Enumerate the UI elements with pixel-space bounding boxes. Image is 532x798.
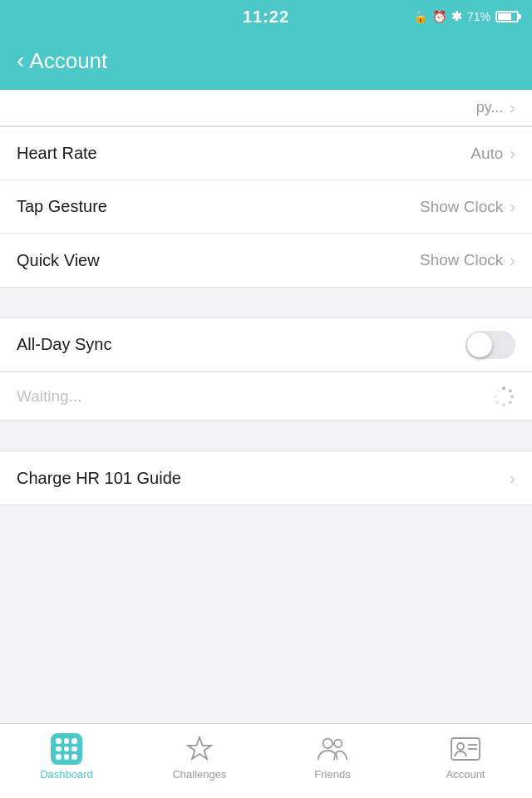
section-gap-1 bbox=[0, 288, 532, 318]
sync-section: All-Day Sync Waiting... bbox=[0, 318, 532, 421]
battery-percent: 71% bbox=[467, 10, 490, 23]
tab-dashboard[interactable]: Dashboard bbox=[17, 733, 116, 781]
toggle-knob bbox=[467, 332, 492, 357]
friends-tab-label: Friends bbox=[314, 768, 350, 781]
quick-view-chevron-icon: › bbox=[510, 251, 515, 270]
back-button[interactable]: ‹ Account bbox=[17, 48, 107, 74]
tab-account[interactable]: Account bbox=[416, 733, 515, 781]
svg-point-2 bbox=[510, 394, 514, 397]
tab-friends[interactable]: Friends bbox=[283, 733, 382, 781]
svg-point-9 bbox=[323, 739, 332, 748]
tap-gesture-right: Show Clock › bbox=[420, 197, 515, 216]
heart-rate-value: Auto bbox=[470, 145, 503, 163]
section-gap-2 bbox=[0, 421, 532, 451]
svg-marker-8 bbox=[188, 737, 211, 759]
svg-point-5 bbox=[495, 400, 499, 403]
heart-rate-chevron-icon: › bbox=[510, 144, 515, 163]
all-day-sync-label: All-Day Sync bbox=[17, 335, 111, 354]
dashboard-grid-icon bbox=[51, 733, 82, 765]
bluetooth-icon: ✱ bbox=[451, 9, 462, 24]
status-icons: 🔒 ⏰ ✱ 71% bbox=[413, 9, 519, 24]
quick-view-value: Show Clock bbox=[420, 251, 503, 269]
back-chevron-icon: ‹ bbox=[17, 49, 24, 72]
partial-value: py... bbox=[476, 99, 504, 116]
heart-rate-item[interactable]: Heart Rate Auto › bbox=[0, 127, 532, 180]
header: ‹ Account bbox=[0, 33, 532, 90]
tab-challenges[interactable]: Challenges bbox=[150, 733, 249, 781]
tap-gesture-item[interactable]: Tap Gesture Show Clock › bbox=[0, 180, 532, 234]
challenges-tab-icon bbox=[184, 733, 215, 765]
partial-chevron-icon: › bbox=[510, 98, 515, 117]
all-day-sync-item[interactable]: All-Day Sync bbox=[0, 318, 532, 372]
tab-bar: Dashboard Challenges Friends bbox=[0, 723, 532, 798]
waiting-label: Waiting... bbox=[17, 387, 82, 406]
friends-tab-icon bbox=[317, 733, 348, 765]
partial-item: py... › bbox=[0, 90, 532, 126]
alarm-icon: ⏰ bbox=[432, 10, 446, 23]
quick-view-item[interactable]: Quick View Show Clock › bbox=[0, 234, 532, 287]
charge-hr-guide-right: › bbox=[510, 469, 515, 488]
account-tab-label: Account bbox=[446, 768, 485, 781]
charge-hr-guide-label: Charge HR 101 Guide bbox=[17, 469, 181, 488]
heart-rate-right: Auto › bbox=[470, 144, 515, 163]
star-icon bbox=[185, 734, 214, 764]
account-card-icon bbox=[450, 736, 481, 761]
svg-point-6 bbox=[494, 394, 497, 397]
display-settings-section: Heart Rate Auto › Tap Gesture Show Clock… bbox=[0, 126, 532, 288]
header-title: Account bbox=[29, 48, 107, 74]
tap-gesture-chevron-icon: › bbox=[510, 197, 515, 216]
heart-rate-label: Heart Rate bbox=[17, 144, 97, 163]
charge-hr-guide-chevron-icon: › bbox=[510, 469, 515, 488]
svg-point-4 bbox=[502, 402, 505, 406]
charge-hr-guide-item[interactable]: Charge HR 101 Guide › bbox=[0, 451, 532, 505]
quick-view-right: Show Clock › bbox=[420, 251, 515, 270]
svg-point-10 bbox=[334, 740, 342, 748]
tap-gesture-value: Show Clock bbox=[420, 198, 503, 216]
challenges-tab-label: Challenges bbox=[172, 768, 226, 781]
quick-view-label: Quick View bbox=[17, 251, 100, 270]
svg-point-7 bbox=[495, 388, 499, 392]
battery-icon bbox=[495, 11, 519, 22]
svg-point-0 bbox=[502, 386, 505, 389]
dashboard-tab-label: Dashboard bbox=[40, 768, 93, 781]
svg-point-3 bbox=[509, 400, 512, 403]
account-tab-icon bbox=[450, 733, 481, 765]
svg-point-12 bbox=[457, 743, 464, 750]
waiting-item: Waiting... bbox=[0, 372, 532, 420]
status-bar: 11:22 🔒 ⏰ ✱ 71% bbox=[0, 0, 532, 33]
loading-spinner-icon bbox=[492, 385, 515, 408]
guide-section: Charge HR 101 Guide › bbox=[0, 451, 532, 505]
dashboard-tab-icon bbox=[51, 733, 82, 765]
lock-icon: 🔒 bbox=[413, 10, 427, 23]
status-time: 11:22 bbox=[243, 7, 289, 27]
svg-point-1 bbox=[509, 388, 512, 392]
all-day-sync-toggle[interactable] bbox=[466, 331, 515, 359]
friends-icon bbox=[317, 734, 348, 764]
tap-gesture-label: Tap Gesture bbox=[17, 197, 107, 216]
